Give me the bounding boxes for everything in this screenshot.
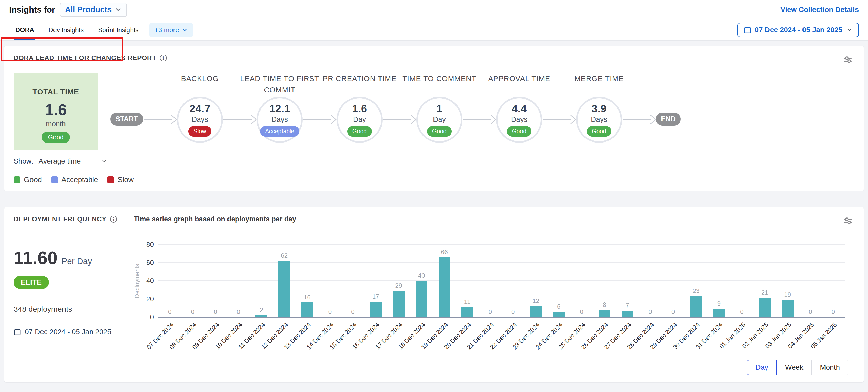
deployments-bar-chart: Deployments 020406080007 Dec 2024008 Dec…	[158, 245, 845, 318]
chart-settings-icon[interactable]	[842, 54, 854, 66]
bar-slot: 2102 Jan 2025	[753, 245, 776, 317]
bar-value-label: 0	[649, 308, 652, 315]
deployment-rate-unit: Per Day	[61, 257, 92, 266]
granularity-day[interactable]: Day	[747, 360, 777, 375]
granularity-toggle: DayWeekMonth	[134, 360, 852, 375]
deployment-bar	[393, 291, 405, 317]
stage-value: 12.1	[269, 103, 290, 115]
y-axis-tick: 40	[141, 277, 154, 284]
flow-arrow-icon	[303, 114, 337, 126]
bar-slot: 2330 Dec 2024	[684, 245, 707, 317]
chevron-down-icon	[115, 6, 122, 13]
flow-start-pill: START	[110, 113, 143, 126]
stage-status-badge: Slow	[188, 126, 211, 137]
deployment-date-range-value: 07 Dec 2024 - 05 Jan 2025	[25, 328, 111, 336]
tab-label: Sprint Insights	[98, 26, 138, 34]
stage-circle: 12.1DaysAcceptable	[257, 97, 303, 143]
bar-slot: 1223 Dec 2024	[525, 245, 547, 317]
legend-label: Good	[24, 176, 42, 184]
more-tabs-dropdown[interactable]: +3 more	[150, 23, 193, 37]
stage-value: 24.7	[189, 103, 210, 115]
legend-swatch	[13, 176, 21, 183]
bar-slot: 211 Dec 2024	[250, 245, 273, 317]
y-axis-tick: 80	[141, 241, 154, 248]
bar-value-label: 11	[464, 298, 471, 305]
total-time-value: 1.6	[45, 102, 67, 118]
bar-value-label: 0	[832, 308, 835, 315]
stage-unit: Day	[433, 115, 446, 124]
bars-row: 007 Dec 2024008 Dec 2024009 Dec 2024010 …	[158, 245, 845, 317]
stage-time-to-comment: TIME TO COMMENT1DayGood	[416, 73, 462, 143]
report-tabs: DORADev InsightsSprint Insights	[9, 20, 145, 40]
bar-value-label: 0	[740, 308, 743, 315]
bar-slot: 624 Dec 2024	[547, 245, 570, 317]
page-title: Insights for	[9, 5, 55, 14]
deployment-bar	[370, 302, 381, 317]
flow-arrow-icon	[622, 114, 656, 126]
tab-dora[interactable]: DORA	[9, 20, 40, 40]
y-axis-tick: 0	[141, 314, 154, 320]
info-icon[interactable]	[110, 216, 117, 222]
bar-value-label: 29	[395, 282, 402, 289]
stage-status-badge: Good	[507, 126, 531, 137]
stage-circle: 24.7DaysSlow	[177, 97, 223, 143]
product-selector-dropdown[interactable]: All Products	[60, 3, 127, 17]
deployment-bar	[598, 310, 610, 317]
bar-slot: 2917 Dec 2024	[387, 245, 410, 317]
bar-value-label: 40	[418, 272, 425, 279]
show-metric-dropdown[interactable]: Show: Average time	[13, 157, 108, 165]
deployment-frequency-card: DEPLOYMENT FREQUENCY 11.60 Per Day ELITE…	[4, 207, 864, 383]
view-collection-details-link[interactable]: View Collection Details	[780, 6, 859, 14]
bar-value-label: 19	[784, 291, 791, 298]
stage-value: 3.9	[592, 103, 607, 115]
info-icon[interactable]	[160, 55, 167, 61]
legend-item-slow: Slow	[107, 176, 133, 184]
bar-slot: 727 Dec 2024	[616, 245, 639, 317]
deployment-card-title: DEPLOYMENT FREQUENCY	[13, 215, 106, 223]
stage-status-badge: Good	[427, 126, 452, 137]
bar-value-label: 0	[328, 308, 332, 315]
tab-dev-insights[interactable]: Dev Insights	[42, 20, 90, 40]
legend-item-good: Good	[13, 176, 42, 184]
bar-value-label: 12	[532, 297, 539, 304]
tab-sprint-insights[interactable]: Sprint Insights	[92, 20, 145, 40]
bar-value-label: 8	[603, 301, 606, 308]
granularity-month[interactable]: Month	[811, 360, 848, 375]
bar-value-label: 0	[214, 308, 217, 315]
deployment-bar	[622, 311, 633, 317]
bar-value-label: 2	[260, 306, 263, 314]
tab-label: DORA	[16, 26, 34, 34]
legend-item-acceptable: Acceptable	[51, 176, 98, 184]
legend-swatch	[51, 176, 58, 183]
bar-value-label: 0	[580, 308, 583, 315]
bar-slot: 931 Dec 2024	[708, 245, 730, 317]
tab-label: Dev Insights	[49, 26, 84, 34]
chart-settings-icon[interactable]	[842, 215, 854, 228]
bar-value-label: 16	[304, 294, 311, 301]
calendar-icon	[13, 328, 21, 336]
bar-value-label: 0	[511, 308, 515, 315]
stage-unit: Days	[591, 115, 607, 124]
stage-label: MERGE TIME	[552, 73, 646, 85]
granularity-week[interactable]: Week	[777, 360, 812, 375]
bar-value-label: 9	[717, 300, 721, 307]
date-range-picker[interactable]: 07 Dec 2024 - 05 Jan 2025	[738, 23, 859, 37]
chevron-down-icon	[182, 27, 188, 33]
bar-value-label: 66	[441, 248, 448, 255]
stage-status-badge: Acceptable	[260, 126, 300, 137]
deployment-rate-value: 11.60	[13, 248, 57, 268]
stage-circle: 1DayGood	[416, 97, 462, 143]
legend-label: Acceptable	[61, 176, 98, 184]
bar-value-label: 0	[351, 308, 354, 315]
bar-value-label: 62	[281, 252, 288, 259]
chevron-down-icon	[846, 27, 852, 33]
flow-arrow-icon	[143, 114, 177, 126]
stage-unit: Days	[511, 115, 527, 124]
total-time-label: TOTAL TIME	[32, 88, 79, 96]
bar-slot: 6212 Dec 2024	[273, 245, 296, 317]
bar-value-label: 21	[761, 289, 768, 296]
stage-circle: 1.6DayGood	[337, 97, 382, 143]
bar-value-label: 0	[809, 308, 812, 315]
flow-arrow-icon	[542, 114, 576, 126]
chart-title: Time series graph based on deployments p…	[134, 215, 852, 223]
